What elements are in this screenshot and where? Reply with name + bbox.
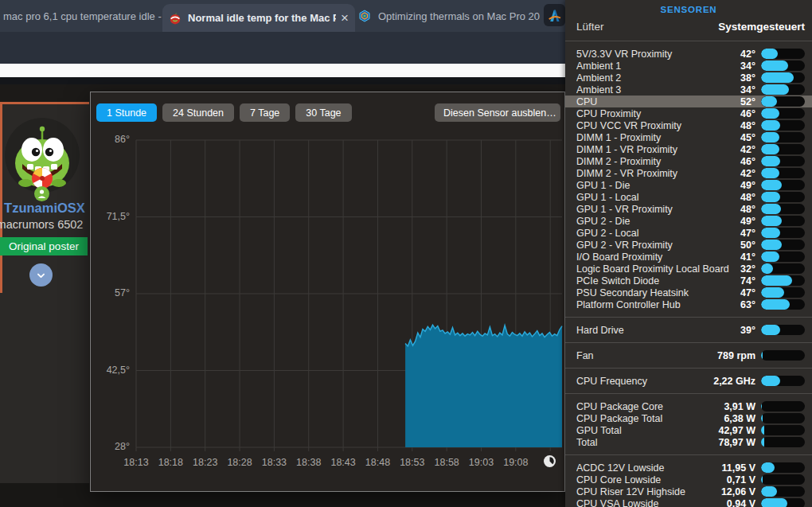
expand-user-details-button[interactable]: [29, 263, 53, 287]
sensor-row[interactable]: DIMM 1 - VR Proximity42°: [565, 143, 812, 155]
tab-close-icon[interactable]: ×: [341, 11, 349, 25]
x-axis-tick: 18:18: [152, 457, 189, 468]
sensor-row[interactable]: CPU VSA Lowside0,94 V: [565, 497, 812, 507]
sensor-row[interactable]: Ambient 238°: [565, 72, 812, 84]
sensor-level-fill: [761, 96, 777, 107]
sensor-row[interactable]: PCIe Switch Diode74°: [565, 275, 812, 287]
sensor-row[interactable]: CPU Package Total6,38 W: [565, 412, 812, 424]
sensor-level-fill: [761, 228, 780, 238]
sensor-level-bar: [761, 287, 805, 298]
y-axis-tick: 42,5°: [92, 365, 130, 376]
chevron-down-icon: [34, 268, 48, 283]
sensor-row[interactable]: Fan789 rpm: [565, 349, 812, 361]
sensor-row[interactable]: Ambient 334°: [565, 84, 812, 96]
sensor-row[interactable]: CPU Proximity46°: [565, 107, 812, 119]
sensor-level-bar: [761, 216, 805, 226]
sensor-row[interactable]: GPU 1 - Local48°: [565, 191, 812, 203]
sensor-row[interactable]: DIMM 2 - VR Proximity42°: [565, 167, 812, 179]
fan-label: Lüfter: [576, 21, 604, 33]
sensor-value: 42°: [740, 168, 755, 179]
page-search-bar[interactable]: [0, 64, 565, 77]
sensor-name: CPU Package Core: [576, 401, 720, 412]
tab-title: Normal idle temp for the Mac Pr: [188, 12, 336, 24]
sensor-row[interactable]: DIMM 1 - Proximity45°: [565, 131, 812, 143]
panel-separator: [565, 393, 812, 394]
sensor-value: 48°: [740, 192, 755, 203]
tab-google-search[interactable]: mac pro 6,1 cpu temperature idle - G: [0, 0, 162, 32]
clock-history-button[interactable]: [543, 454, 556, 468]
sensor-level-fill: [761, 144, 779, 154]
sensor-level-bar: [761, 96, 805, 107]
sensor-name: Ambient 3: [576, 84, 737, 96]
sensor-level-fill: [761, 252, 779, 262]
sensor-value: 48°: [740, 120, 755, 131]
panel-separator: [565, 342, 812, 343]
sensor-row[interactable]: Platform Controller Hub63°: [565, 298, 812, 310]
sensor-name: CPU Core Lowside: [576, 474, 724, 486]
sensor-row[interactable]: I/O Board Proximity41°: [565, 251, 812, 263]
sensor-level-bar: [761, 486, 805, 497]
sensor-name: CPU Riser 12V Highside: [576, 486, 718, 497]
sensor-row[interactable]: GPU 1 - Die49°: [565, 179, 812, 191]
sensor-level-bar: [761, 376, 805, 386]
sensor-level-bar: [761, 180, 805, 190]
y-axis-tick: 86°: [92, 134, 130, 145]
sensor-name: CPU: [576, 96, 737, 107]
sensor-level-bar: [761, 350, 805, 361]
tab-macrumors-thread[interactable]: Normal idle temp for the Mac Pr ×: [162, 4, 355, 32]
sensor-level-fill: [761, 462, 775, 473]
fan-mode-row[interactable]: Lüfter Systemgesteuert: [565, 14, 812, 33]
sensor-row[interactable]: CPU Core Lowside0,71 V: [565, 474, 812, 486]
sensor-level-bar: [761, 437, 805, 447]
sensor-row[interactable]: CPU Riser 12V Highside12,06 V: [565, 486, 812, 497]
x-axis-tick: 18:23: [187, 457, 224, 468]
sensor-row[interactable]: CPU Package Core3,91 W: [565, 400, 812, 412]
sensor-row[interactable]: DIMM 2 - Proximity46°: [565, 155, 812, 167]
x-axis-tick: 18:38: [291, 457, 327, 468]
sensor-row[interactable]: Total78,97 W: [565, 436, 812, 448]
sensor-level-fill: [761, 437, 764, 447]
y-axis-tick: 28°: [92, 441, 130, 452]
tab-title: Optimizing thermals on Mac Pro 201: [378, 10, 540, 22]
panel-title: SENSOREN: [565, 0, 812, 14]
macrumors-apple-icon: [169, 12, 182, 25]
sensor-row[interactable]: CPU Frequency2,22 GHz: [565, 375, 812, 387]
sensor-name: 5V/3.3V VR Proximity: [576, 49, 737, 60]
sensor-level-bar: [761, 299, 805, 310]
sensor-level-bar: [761, 108, 805, 119]
sensor-name: CPU VCC VR Proximity: [576, 120, 737, 131]
sensor-row[interactable]: Hard Drive39°: [565, 324, 812, 336]
sensor-panel-sections: 5V/3.3V VR Proximity42°Ambient 134°Ambie…: [565, 48, 812, 507]
avatar[interactable]: [5, 118, 80, 193]
x-axis-tick: 18:43: [325, 457, 361, 468]
sensor-value: 74°: [740, 275, 755, 287]
sensor-value: 47°: [740, 228, 755, 239]
a-logo-app-icon[interactable]: [544, 4, 565, 26]
sensor-level-bar: [761, 462, 805, 473]
sensor-row[interactable]: GPU 2 - Die49°: [565, 215, 812, 227]
sensor-value: 48°: [740, 204, 755, 215]
sensor-row[interactable]: Logic Board Proximity Local Board32°: [565, 263, 812, 275]
sensor-value: 63°: [740, 299, 755, 310]
sensor-row[interactable]: Ambient 134°: [565, 60, 812, 72]
sensor-row[interactable]: PSU Secondary Heatsink47°: [565, 287, 812, 298]
fan-mode-value: Systemgesteuert: [718, 21, 805, 33]
sensor-level-bar: [761, 120, 805, 131]
sensor-level-fill: [761, 325, 780, 335]
username-link[interactable]: TzunamiOSX: [0, 201, 94, 216]
sensor-value: 12,06 V: [721, 486, 755, 497]
sensor-row[interactable]: GPU 1 - VR Proximity48°: [565, 203, 812, 215]
sensor-row[interactable]: 5V/3.3V VR Proximity42°: [565, 48, 812, 60]
omnom-avatar-image: [5, 118, 80, 193]
sensor-value: 6,38 W: [724, 413, 755, 424]
sensor-value: 0,71 V: [727, 474, 755, 486]
sensor-name: Fan: [576, 350, 714, 361]
sensor-row[interactable]: ACDC 12V Lowside11,95 V: [565, 462, 812, 474]
sensor-row[interactable]: GPU 2 - VR Proximity50°: [565, 239, 812, 251]
x-axis-tick: 19:03: [463, 457, 500, 468]
tab-optimizing-thermals[interactable]: Optimizing thermals on Mac Pro 201: [358, 0, 540, 32]
sensor-row[interactable]: CPU52°: [565, 96, 812, 107]
sensor-row[interactable]: GPU 2 - Local47°: [565, 227, 812, 239]
sensor-row[interactable]: GPU Total42,97 W: [565, 424, 812, 436]
sensor-row[interactable]: CPU VCC VR Proximity48°: [565, 119, 812, 131]
